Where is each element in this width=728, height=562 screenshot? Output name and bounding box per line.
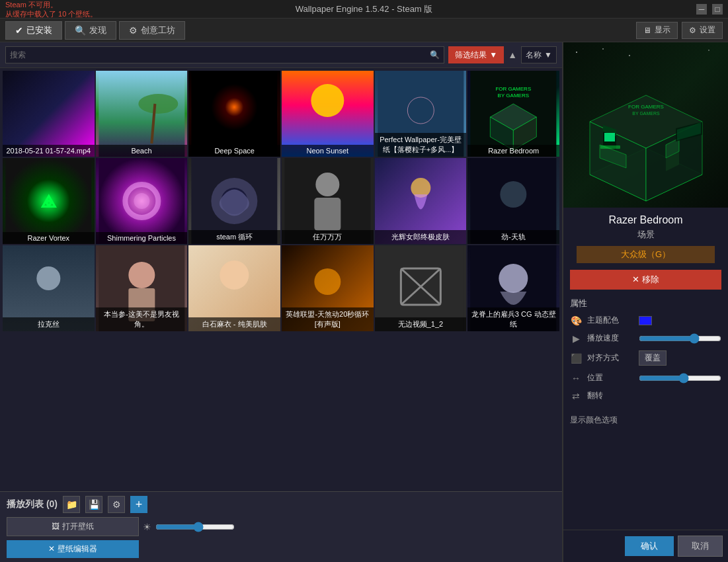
sort-select[interactable]: 名称 ▼ — [521, 46, 557, 63]
grid-item-label-13: 拉克丝 — [3, 317, 95, 331]
grid-item-9[interactable]: steam 循环 — [188, 158, 280, 244]
theme-color-swatch[interactable] — [639, 316, 652, 325]
grid-item-label-3: Deep Space — [188, 145, 280, 157]
grid-item-11[interactable]: 光辉女郎终极皮肤 — [375, 158, 467, 244]
grid-item-label-6: Razer Bedroom — [467, 145, 559, 157]
display-color-options[interactable]: 显示颜色选项 — [563, 412, 728, 428]
nav-right: 🖥 显示 ⚙ 设置 — [636, 22, 723, 39]
grid-item-label-8: Shimmering Particles — [96, 232, 188, 244]
thumb-city — [3, 71, 95, 157]
attr-position-row: ↔ 位置 — [570, 372, 721, 383]
grid-item-17[interactable]: 无边视频_1_2 — [375, 245, 467, 331]
tab-workshop[interactable]: ⚙ 创意工坊 — [119, 21, 185, 40]
grid-item-10[interactable]: 任万万万 — [282, 158, 374, 244]
grid-item-13[interactable]: 拉克丝 — [3, 245, 95, 331]
titlebar-left: Steam 不可用。 从缓存中载入了 10 个壁纸。 — [5, 0, 97, 19]
grid-item-label-5: Perfect Wallpaper-完美壁纸【落樱粒子+多风...】 — [375, 133, 467, 157]
grid-item-8[interactable]: Shimmering Particles — [96, 158, 188, 244]
grid-item-7[interactable]: ⟁ Razer Vortex — [3, 158, 95, 244]
svg-text:FOR GAMERS: FOR GAMERS — [628, 104, 664, 110]
svg-point-19 — [134, 193, 149, 209]
playlist-folder-button[interactable]: 📁 — [63, 496, 80, 513]
grid-item-6[interactable]: FOR GAMERS BY GAMERS Razer Bedroom — [467, 71, 559, 157]
maximize-button[interactable]: □ — [712, 4, 723, 15]
position-slider[interactable] — [639, 373, 721, 383]
main: 🔍 筛选结果 ▼ ▲ 名称 ▼ 2018-05-21 01-57-24.mp4 — [0, 42, 728, 562]
search-icon: 🔍 — [430, 50, 440, 60]
preview-image: FOR GAMERS BY GAMERS — [563, 42, 728, 208]
tab-installed[interactable]: ✔ 已安装 — [5, 21, 62, 40]
bottom-bar: 确认 取消 — [563, 530, 728, 562]
open-wallpaper-button[interactable]: 🖼 打开壁纸 — [7, 517, 139, 536]
brightness-slider[interactable] — [155, 522, 235, 532]
thumb-deepspace — [188, 71, 280, 157]
grid-item-1[interactable]: 2018-05-21 01-57-24.mp4 — [3, 71, 95, 157]
svg-point-46 — [576, 52, 577, 53]
display-button[interactable]: 🖥 显示 — [636, 22, 678, 39]
edit-row: ✕ 壁纸编辑器 — [7, 540, 555, 558]
grid-item-label-7: Razer Vortex — [3, 232, 95, 244]
filter-button[interactable]: 筛选结果 ▼ — [448, 46, 504, 63]
thumb-ravortex: ⟁ — [3, 158, 95, 244]
right-panel: FOR GAMERS BY GAMERS Razer Bedroom 场景 大众… — [563, 42, 728, 562]
filter-icon: ▼ — [489, 50, 497, 60]
grid-item-label-16: 英雄联盟-天煞动20秒循环[有声版] — [282, 307, 374, 331]
attr-position-label: 位置 — [587, 372, 633, 383]
grid-item-2[interactable]: Beach — [96, 71, 188, 157]
grid-item-label-9: steam 循环 — [188, 230, 280, 244]
brightness-icon: ☀ — [143, 522, 151, 532]
playlist-row: 播放列表 (0) 📁 💾 ⚙ + — [7, 496, 555, 513]
playlist-add-button[interactable]: + — [130, 496, 147, 513]
edit-wallpaper-button[interactable]: ✕ 壁纸编辑器 — [7, 540, 139, 558]
search-input[interactable] — [10, 50, 430, 60]
remove-button[interactable]: ✕ 移除 — [570, 270, 721, 290]
play-speed-slider[interactable] — [639, 333, 721, 344]
svg-text:BY GAMERS: BY GAMERS — [498, 93, 529, 99]
playlist-gear-button[interactable]: ⚙ — [108, 496, 125, 513]
svg-point-36 — [220, 261, 249, 290]
grid-item-3[interactable]: Deep Space — [188, 71, 280, 157]
grid-item-18[interactable]: 龙脊上的雇兵3 CG 动态壁纸 — [467, 245, 559, 331]
settings-button[interactable]: ⚙ 设置 — [682, 22, 723, 39]
grid-item-label-17: 无边视频_1_2 — [375, 317, 467, 331]
grid-item-label-18: 龙脊上的雇兵3 CG 动态壁纸 — [467, 307, 559, 331]
preview-rating: 大众级（G） — [577, 246, 715, 263]
grid-item-15[interactable]: 白石麻衣 - 纯美肌肤 — [188, 245, 280, 331]
grid-item-4[interactable]: Neon Sunset — [282, 71, 374, 157]
attr-align-label: 对齐方式 — [587, 352, 633, 364]
grid-item-label-10: 任万万万 — [282, 230, 374, 244]
svg-point-44 — [499, 264, 528, 293]
svg-point-48 — [629, 55, 630, 56]
app-title: Wallpaper Engine 1.5.42 - Steam 版 — [296, 3, 433, 15]
tab-discover[interactable]: 🔍 发现 — [65, 21, 116, 40]
preview-type: 场景 — [563, 229, 728, 243]
svg-rect-58 — [600, 145, 620, 149]
cancel-button[interactable]: 取消 — [678, 536, 723, 557]
brightness-row: ☀ — [143, 522, 555, 532]
grid-item-5[interactable]: Perfect Wallpaper-完美壁纸【落樱粒子+多风...】 — [375, 71, 467, 157]
svg-point-24 — [315, 173, 339, 196]
grid-item-label-11: 光辉女郎终极皮肤 — [375, 230, 467, 244]
position-icon: ↔ — [570, 373, 582, 383]
svg-point-38 — [314, 268, 341, 295]
grid-item-label-2: Beach — [96, 145, 188, 157]
grid-item-12[interactable]: 劲-天轨 — [467, 158, 559, 244]
svg-point-33 — [128, 262, 155, 288]
left-panel: 🔍 筛选结果 ▼ ▲ 名称 ▼ 2018-05-21 01-57-24.mp4 — [0, 42, 563, 562]
confirm-button[interactable]: 确认 — [625, 536, 674, 556]
sort-dropdown-icon: ▼ — [544, 50, 552, 60]
minimize-button[interactable]: ─ — [696, 4, 707, 15]
grid-item-14[interactable]: ♥ 本当参-这美不是男友视角。 — [96, 245, 188, 331]
palette-icon: 🎨 — [570, 315, 582, 326]
search-input-wrap[interactable]: 🔍 — [5, 46, 444, 63]
thumb-razer: FOR GAMERS BY GAMERS — [467, 71, 559, 157]
attr-flip-row: ⇄ 翻转 — [570, 390, 721, 401]
sort-up-button[interactable]: ▲ — [508, 50, 517, 60]
playlist-save-button[interactable]: 💾 — [85, 496, 102, 513]
grid-item-label-4: Neon Sunset — [282, 145, 374, 157]
grid-item-label-1: 2018-05-21 01-57-24.mp4 — [3, 145, 95, 157]
svg-text:⟁: ⟁ — [40, 184, 57, 213]
attr-align-row: ⬛ 对齐方式 覆盖 — [570, 350, 721, 366]
attr-align-select[interactable]: 覆盖 — [639, 350, 667, 366]
grid-item-16[interactable]: 英雄联盟-天煞动20秒循环[有声版] — [282, 245, 374, 331]
